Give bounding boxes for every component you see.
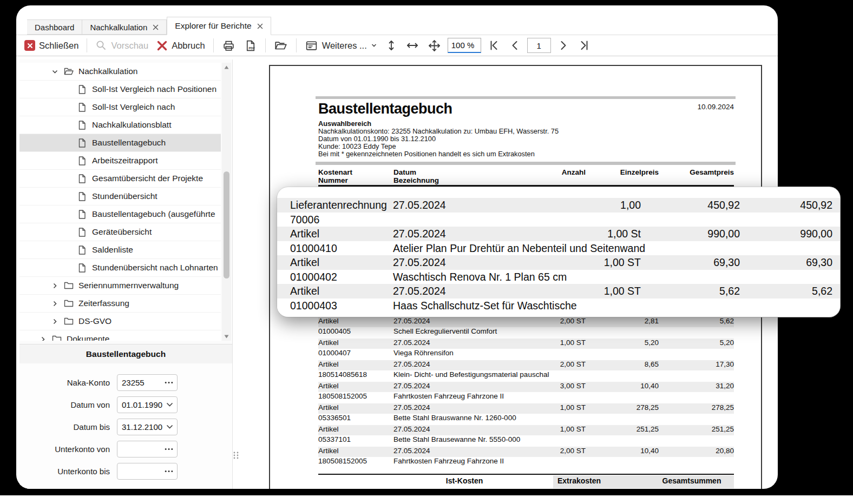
folder-icon [63,280,78,291]
more-button[interactable]: Weiteres ... [303,38,379,54]
chevron-down-icon[interactable] [166,402,173,407]
form-field-input[interactable] [117,463,178,480]
cell-einzelpreis: 5,20 [586,339,659,347]
zoom-input[interactable]: 100 % [448,38,481,53]
scroll-down-icon[interactable] [222,332,231,341]
tree-item[interactable]: Arbeitszeitrapport [19,152,221,170]
file-icon [77,191,92,202]
tree-item-label: Soll-Ist Vergleich nach Positionen [92,84,216,94]
cell-kostenart: Artikel [318,425,393,433]
chevron-down-icon[interactable] [166,425,173,429]
export-pdf-button[interactable]: PDF [242,38,259,54]
overlay-table-row: Artikel 27.05.2024 1,00 St 990,00 990,00… [277,227,840,255]
form-field-label: Datum von [19,400,117,409]
tree-scrollbar[interactable] [222,63,231,341]
file-icon [77,138,92,148]
tab-close-icon[interactable] [153,24,159,30]
table-row: Artikel 27.05.2024 2,00 ST 10,40 20,80 1… [318,447,734,467]
tree-item[interactable]: Nachkalkulation [19,63,221,81]
tree-item[interactable]: Baustellentagebuch (ausgeführte [19,205,221,223]
form-field-input[interactable]: 01.01.1990 [117,396,178,413]
tab-close-icon[interactable] [257,23,263,29]
tab[interactable]: Nachkalkulation [82,19,167,35]
cell-datum: 27.05.2024 [393,256,523,269]
cell-anzahl: 1,00 ST [507,403,586,412]
tab-label: Dashboard [35,23,74,32]
file-icon [77,156,92,166]
cell-nummer: 01000405 [318,327,393,335]
tree-item[interactable]: Stundenübersicht nach Lohnarten [19,259,221,277]
tree-item[interactable]: Stundenübersicht [19,188,221,205]
last-page-button[interactable] [576,38,592,53]
cell-einzelpreis: 5,62 [641,285,740,297]
file-icon [77,102,92,112]
printer-icon [222,39,235,52]
tab[interactable]: Explorer für Berichte [167,17,271,35]
tree-item[interactable]: Soll-Ist Vergleich nach Positionen [19,81,221,98]
form-row: Unterkonto von [19,441,232,457]
cell-nummer: 01000403 [290,300,393,312]
scroll-up-icon[interactable] [222,63,231,71]
tree-item-label: DS-GVO [78,316,111,326]
fit-page-button[interactable] [426,38,443,54]
ellipsis-icon[interactable] [165,381,173,384]
scrollbar-thumb[interactable] [224,171,229,278]
cell-anzahl: 2,00 ST [507,447,586,455]
tree-item[interactable]: Baustellentagebuch [19,134,221,152]
chevron-right-icon[interactable] [51,282,63,289]
file-icon [77,263,92,273]
tree-item[interactable]: Saldenliste [19,241,221,259]
cell-kostenart: Artikel [318,360,393,368]
zoom-overlay-panel: Lieferantenrechnung 27.05.2024 1,00 450,… [277,187,840,317]
fit-width-button[interactable] [404,38,421,52]
form-field-label: Naka-Konto [19,378,117,387]
pdf-file-icon: PDF [244,39,257,52]
fit-height-button[interactable] [384,38,399,53]
ellipsis-icon[interactable] [165,448,173,450]
prev-page-button[interactable] [507,38,522,53]
cell-kostenart: Artikel [318,382,393,390]
next-page-button[interactable] [556,38,571,53]
cell-datum: 27.05.2024 [393,447,507,455]
chevron-right-icon[interactable] [51,300,63,307]
form-field-input[interactable]: 31.12.2100 [117,419,178,435]
cell-gesamtpreis: 5,62 [659,317,734,325]
ellipsis-icon[interactable] [165,470,173,473]
preview-button[interactable]: Vorschau [94,38,150,52]
form-field-label: Unterkonto bis [19,467,117,476]
abort-button[interactable]: Abbruch [155,39,206,52]
file-icon [77,209,92,220]
file-icon [77,84,92,95]
table-row: Artikel 27.05.2024 1,00 ST 251,25 251,25… [318,425,734,446]
first-page-button[interactable] [486,38,502,53]
report-date: 10.09.2024 [697,103,734,111]
overlay-table-row: Artikel 27.05.2024 1,00 ST 69,30 69,30 0… [277,255,840,284]
file-icon [77,227,92,237]
tree-item[interactable]: Seriennummernverwaltung [19,277,221,295]
tree-item[interactable]: Zeiterfassung [19,295,221,313]
close-button[interactable]: Schließen [23,39,80,52]
form-field-input[interactable] [117,441,178,457]
tab[interactable]: Dashboard [27,19,82,35]
tree-item[interactable]: Geräteübersicht [19,223,221,241]
tree-item[interactable]: Soll-Ist Vergleich nach [19,98,221,116]
chevron-right-icon[interactable] [51,318,63,325]
page-number-input[interactable]: 1 [527,38,551,53]
tree-item[interactable]: DS-GVO [19,313,221,330]
tree-item[interactable]: Gesamtübersicht der Projekte [19,170,221,188]
form-panel-title: Baustellentagebuch [19,344,232,363]
open-button[interactable] [272,37,290,54]
tree-item[interactable]: Dokumente [19,330,221,341]
cell-datum: 27.05.2024 [393,382,507,390]
cell-anzahl: 2,00 ST [507,360,586,368]
chevron-right-icon[interactable] [40,336,51,341]
cell-einzelpreis: 251,25 [586,425,659,433]
selection-line: Kunde: 10023 Eddy Tepe [318,143,734,150]
cell-gesamtpreis: 17,30 [659,360,734,368]
splitter-grip-icon[interactable] [232,451,240,460]
print-button[interactable] [220,38,237,54]
chevron-down-icon[interactable] [51,68,63,75]
form-field-input[interactable]: 23255 [117,374,178,391]
tree-item[interactable]: Nachkalkulationsblatt [19,116,221,134]
cell-einzelpreis: 10,40 [586,382,659,390]
